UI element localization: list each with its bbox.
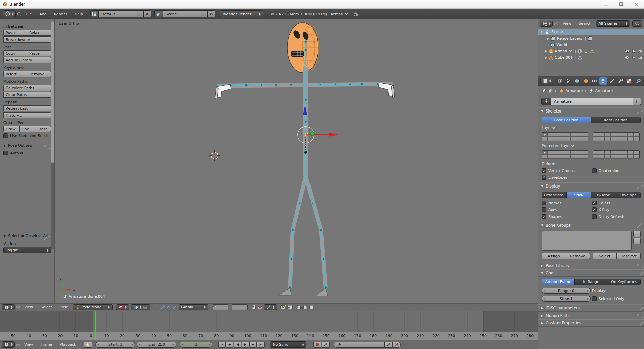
panel-expand-icon[interactable]: ▼: [3, 144, 6, 147]
selectability-cursor-icon[interactable]: [632, 49, 636, 53]
layer-cell[interactable]: [593, 137, 599, 141]
layer-cell[interactable]: [611, 155, 616, 159]
layer-cell[interactable]: [559, 151, 565, 155]
layer-cell[interactable]: [225, 307, 228, 310]
bone-joint[interactable]: [304, 151, 307, 154]
layer-cell[interactable]: [634, 151, 639, 155]
add-scene-button[interactable]: +: [200, 11, 207, 17]
layer-cell[interactable]: [548, 151, 553, 155]
outliner-row-scene[interactable]: ⊖ Scene: [538, 29, 644, 35]
rest-position-button[interactable]: Rest Position: [591, 117, 640, 123]
translate-manipulator-icon[interactable]: [160, 305, 165, 310]
minimize-button[interactable]: [598, 0, 614, 8]
play-button[interactable]: [242, 342, 249, 348]
tool-line-button[interactable]: Line: [20, 126, 35, 132]
tab-bone[interactable]: [608, 77, 616, 85]
collapse-icon[interactable]: ⊖: [540, 30, 544, 34]
tool-add-to-library-button[interactable]: Add To Library: [3, 57, 51, 63]
collapse-menus-icon[interactable]: [554, 22, 558, 26]
renderability-camera-icon[interactable]: [638, 49, 643, 53]
assign-button[interactable]: Assign: [542, 253, 566, 259]
layer-cell[interactable]: [225, 305, 228, 307]
menu-select[interactable]: Select: [38, 305, 55, 309]
layer-cell[interactable]: [232, 305, 235, 307]
layer-cell[interactable]: [565, 155, 571, 159]
screen-layout-selector[interactable]: Default + ✕: [90, 10, 151, 17]
action-select[interactable]: Toggle▲▼: [3, 247, 51, 253]
layer-cell[interactable]: [611, 133, 616, 137]
layer-cell[interactable]: [565, 137, 571, 141]
tool-breakdowner-button[interactable]: Breakdowner: [3, 36, 51, 43]
names-checkbox[interactable]: Names: [542, 201, 591, 205]
tab-bone-constraints[interactable]: [617, 77, 625, 85]
layer-cell[interactable]: [622, 133, 628, 137]
leg-bones[interactable]: [279, 176, 328, 296]
menu-pose[interactable]: Pose: [56, 305, 71, 309]
layer-cell[interactable]: [542, 155, 548, 159]
transform-orientation-selector[interactable]: Global▲▼: [179, 304, 208, 310]
delete-scene-button[interactable]: ✕: [207, 11, 215, 17]
layer-cell[interactable]: [582, 137, 588, 141]
opengl-render-icon[interactable]: [280, 305, 287, 310]
layer-cell[interactable]: [241, 307, 244, 310]
tool-paste-button[interactable]: Paste: [27, 50, 51, 56]
start-frame-field[interactable]: ◂Start: 1▸: [95, 342, 135, 348]
layer-cell[interactable]: [219, 305, 222, 307]
datablock-name-input[interactable]: Armature: [551, 98, 633, 105]
render-engine-selector[interactable]: Blender Render▲▼: [220, 10, 263, 17]
close-button[interactable]: [629, 0, 644, 8]
panel-expand-icon[interactable]: ▼: [3, 234, 6, 238]
tool-relax-button[interactable]: Relax: [27, 30, 51, 36]
add-layout-button[interactable]: +: [136, 11, 143, 17]
layer-cell[interactable]: [238, 307, 241, 310]
pivot-point-selector[interactable]: ▲▼: [116, 304, 129, 310]
paste-pose-icon[interactable]: [303, 305, 308, 310]
viewport-3d[interactable]: User Ortho (3) Armature Bone.004: [55, 19, 538, 303]
use-preview-range-button[interactable]: [84, 342, 92, 348]
layer-cell[interactable]: [622, 151, 628, 155]
insert-keyframe-button[interactable]: [385, 342, 393, 348]
layer-cell[interactable]: [565, 133, 571, 137]
menu-search[interactable]: Search: [576, 21, 595, 26]
layer-cell[interactable]: [634, 155, 639, 159]
tool-clear-paths-button[interactable]: Clear Paths: [3, 92, 51, 98]
menu-view[interactable]: View: [21, 342, 36, 347]
jump-to-end-button[interactable]: [257, 342, 265, 348]
layer-cell[interactable]: [222, 305, 225, 307]
layer-cell[interactable]: [238, 305, 241, 307]
layer-cell[interactable]: [611, 151, 616, 155]
delay-refresh-checkbox[interactable]: Delay Refresh: [592, 214, 641, 219]
on-keyframes-button[interactable]: On Keyframes: [608, 279, 640, 285]
cursor-3d[interactable]: [209, 150, 220, 161]
copy-pose-icon[interactable]: [297, 305, 302, 310]
snap-magnet-icon[interactable]: [257, 305, 262, 310]
layer-cell[interactable]: [616, 151, 622, 155]
fake-user-button[interactable]: F: [633, 98, 641, 105]
outliner-row-armature[interactable]: ⊕ Armature |: [538, 48, 644, 54]
maximize-button[interactable]: [614, 0, 629, 8]
layer-cell[interactable]: [616, 133, 622, 137]
pose-position-button[interactable]: Pose Position: [542, 117, 591, 123]
menu-view[interactable]: View: [21, 305, 36, 309]
envelope-button[interactable]: Envelope: [616, 192, 640, 198]
bone-groups-list[interactable]: [542, 231, 632, 251]
layer-cell[interactable]: [244, 305, 247, 307]
layer-cell[interactable]: [553, 137, 559, 141]
layer-cell[interactable]: [571, 155, 576, 159]
expand-icon[interactable]: ⊕: [544, 56, 547, 59]
outliner-row-cube[interactable]: ⊕ Cube.001 |: [538, 54, 644, 61]
head-bone-shape[interactable]: [287, 23, 319, 73]
envelopes-checkbox[interactable]: Envelopes: [542, 175, 591, 180]
timeline-ruler[interactable]: -50-40-30-20-100102030405060708090100110…: [0, 332, 538, 340]
auto-ik-checkbox[interactable]: Auto IK: [3, 151, 51, 155]
tool-erase-button[interactable]: Erase: [35, 126, 51, 132]
layer-cell[interactable]: [553, 133, 559, 137]
scale-manipulator-icon[interactable]: [172, 305, 177, 310]
layer-cell[interactable]: [622, 137, 628, 141]
layer-cell[interactable]: [542, 137, 548, 141]
playhead[interactable]: [95, 332, 96, 340]
layer-cell[interactable]: [599, 155, 605, 159]
panel-bone-groups-header[interactable]: ▼Bone Groups: [538, 222, 644, 229]
ghost-step-slider[interactable]: ◂Step: 1▸: [542, 296, 591, 302]
auto-key-mode-icon[interactable]: [322, 342, 330, 348]
